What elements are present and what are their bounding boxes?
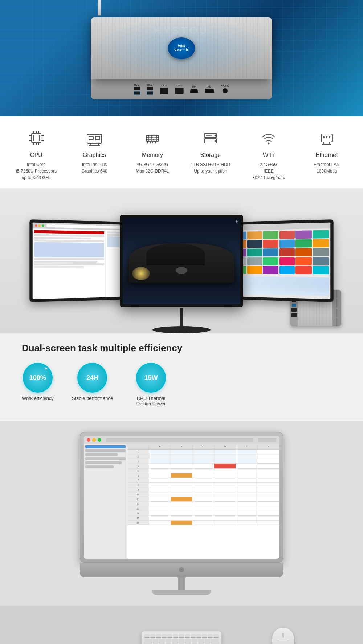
svg-rect-20	[146, 135, 159, 141]
spec-name-wifi: WiFi	[263, 152, 274, 158]
svg-rect-40	[323, 136, 325, 138]
intel-text: intel	[178, 44, 185, 48]
spec-name-memory: Memory	[142, 152, 163, 158]
metric-work-label: Work efficiency	[22, 396, 54, 401]
dual-monitor-image: P	[0, 188, 363, 333]
ports-bar: USB USB LAN	[91, 79, 272, 99]
graphics-icon	[83, 127, 105, 149]
metric-stable-performance: 24H Stable performance	[72, 363, 113, 401]
metric-100-value: 100%	[29, 374, 46, 382]
metrics-row: 100% Work efficiency 24H Stable performa…	[22, 363, 341, 406]
lan-label-1: LAN	[161, 84, 166, 87]
dc-label: DC-12V	[221, 85, 230, 88]
lan-label-2: LAN	[176, 84, 182, 87]
mouse-visual	[272, 628, 294, 644]
metric-stable-label: Stable performance	[72, 396, 113, 401]
spec-detail-cpu: Intel Core i5-7260U Processors up to 3.4…	[16, 161, 57, 181]
hero-section: intel Core™ i5 HYSTOU USB	[0, 0, 363, 188]
spec-item-graphics: Graphics Intel Iris Plus Graphics 640	[65, 127, 123, 174]
spec-name-graphics: Graphics	[83, 152, 106, 158]
intel-model-text: Core™ i5	[174, 48, 189, 52]
svg-rect-1	[33, 135, 39, 141]
spec-name-cpu: CPU	[30, 152, 42, 158]
port-group-usb2: USB	[147, 84, 153, 95]
spec-detail-storage: 1TB SSD+2TB HDD Up to your option	[191, 161, 230, 174]
spec-detail-ethernet: Ethernet LAN 1000Mbps	[314, 161, 340, 174]
monitor-base	[152, 326, 211, 333]
memory-icon	[142, 127, 163, 149]
svg-rect-16	[95, 136, 100, 140]
svg-rect-0	[32, 133, 41, 143]
svg-rect-42	[329, 136, 330, 138]
svg-rect-15	[89, 136, 93, 140]
port-group-hd: HD	[205, 85, 214, 93]
brand-text: HYSTOU	[154, 25, 209, 36]
imac-section: A B C D E F 12345678910111213141516	[0, 421, 363, 606]
metric-15w-value: 15W	[144, 374, 158, 382]
metric-work-efficiency: 100% Work efficiency	[22, 363, 54, 401]
svg-point-34	[215, 135, 216, 136]
svg-rect-41	[326, 136, 327, 138]
spec-item-cpu: CPU Intel Core i5-7260U Processors up to…	[7, 127, 65, 181]
ethernet-icon	[316, 127, 338, 149]
dual-screen-heading: Dual-screen task multiple efficiency	[22, 343, 341, 354]
port-group-usb1: USB	[134, 84, 140, 95]
spec-item-memory: Memory 4G/8G/16G/32G Max 32G DDR4L	[123, 127, 182, 174]
monitor-right	[227, 219, 333, 302]
intel-badge: intel Core™ i5	[168, 37, 195, 59]
specs-grid: CPU Intel Core i5-7260U Processors up to…	[7, 127, 356, 181]
imac-visual: A B C D E F 12345678910111213141516	[80, 432, 283, 595]
accessories-section: ZOTAC Small size, less t	[0, 606, 363, 644]
usb-label-1: USB	[134, 84, 139, 86]
storage-icon	[200, 127, 221, 149]
cpu-icon	[25, 127, 47, 149]
spec-detail-memory: 4G/8G/16G/32G Max 32G DDR4L	[136, 161, 169, 174]
hd-label: HD	[207, 85, 211, 88]
wifi-icon	[258, 127, 280, 149]
port-group-dp: DP	[190, 85, 198, 93]
antenna	[98, 0, 101, 16]
port-group-lan1: LAN	[160, 84, 168, 94]
metric-thermal-label: CPU Thermal Design Power	[131, 396, 171, 406]
spec-item-storage: Storage 1TB SSD+2TB HDD Up to your optio…	[182, 127, 240, 174]
monitor-center: P	[120, 215, 243, 307]
spec-item-wifi: WiFi 2.4G+5G IEEE 802.11a/b/g/n/ac	[240, 127, 298, 181]
dp-label: DP	[192, 85, 196, 88]
svg-point-38	[268, 143, 270, 145]
spec-detail-wifi: 2.4G+5G IEEE 802.11a/b/g/n/ac	[252, 161, 285, 181]
metric-24h-value: 24H	[86, 374, 98, 382]
spec-name-storage: Storage	[200, 152, 221, 158]
product-image: intel Core™ i5 HYSTOU USB	[0, 0, 363, 116]
keyboard-visual	[142, 631, 221, 644]
specs-section: CPU Intel Core i5-7260U Processors up to…	[0, 116, 363, 188]
mini-pc-unit: intel Core™ i5 HYSTOU USB	[91, 17, 272, 99]
usb-label-2: USB	[147, 84, 152, 86]
accessories-layout: ZOTAC	[11, 620, 352, 644]
svg-point-35	[215, 140, 216, 142]
dual-screen-content: Dual-screen task multiple efficiency 100…	[0, 333, 363, 410]
spec-item-ethernet: Ethernet Ethernet LAN 1000Mbps	[298, 127, 356, 174]
port-group-dc: DC-12V	[221, 85, 230, 93]
spec-detail-graphics: Intel Iris Plus Graphics 640	[81, 161, 107, 174]
dual-screen-section: P	[0, 188, 363, 421]
spec-name-ethernet: Ethernet	[316, 152, 338, 158]
metric-thermal-power: 15W CPU Thermal Design Power	[131, 363, 171, 406]
port-group-lan2: LAN	[175, 84, 184, 94]
